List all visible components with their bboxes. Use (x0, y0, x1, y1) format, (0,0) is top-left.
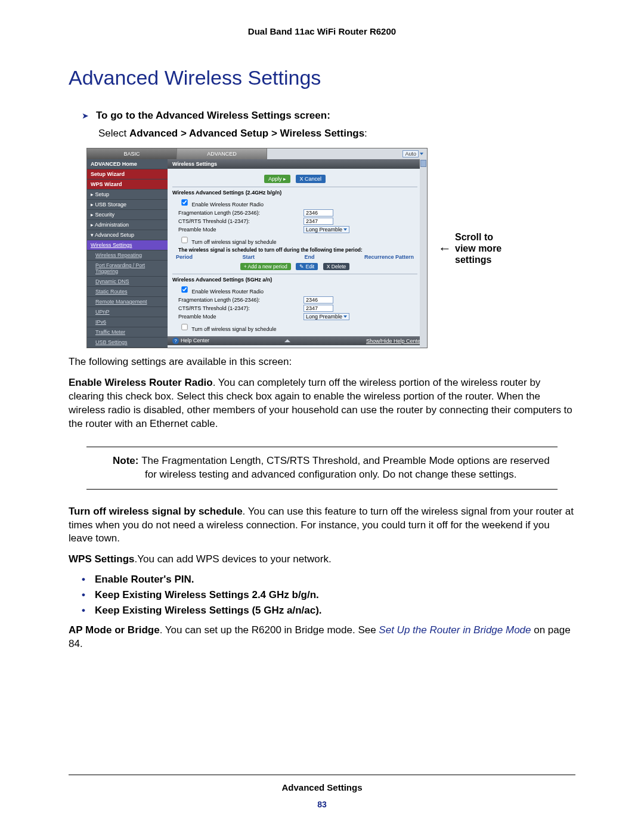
note-block: Note: The Fragmentation Length, CTS/RTS … (86, 447, 558, 490)
turnoff-5-checkbox[interactable] (181, 324, 187, 330)
doc-header: Dual Band 11ac WiFi Router R6200 (69, 26, 575, 36)
edit-button[interactable]: ✎ Edit (296, 263, 318, 270)
content-panel: Wireless Settings Apply ▸ X Cancel Wirel… (168, 159, 427, 348)
tab-basic[interactable]: BASIC (87, 148, 177, 159)
sidebar: ADVANCED Home Setup Wizard WPS Wizard ▸ … (87, 159, 168, 348)
sidebar-wireless-settings[interactable]: Wireless Settings (87, 240, 168, 250)
tab-advanced[interactable]: ADVANCED (177, 148, 267, 159)
turnoff-24-checkbox[interactable] (181, 237, 187, 243)
sidebar-port-fwd[interactable]: Port Forwarding / Port Triggering (87, 261, 168, 277)
sidebar-wps-wizard[interactable]: WPS Wizard (87, 179, 168, 190)
bullet-item: Keep Existing Wireless Settings 2.4 GHz … (82, 589, 575, 601)
select-path: Advanced > Advanced Setup > Wireless Set… (129, 128, 364, 139)
content-scrollbar[interactable] (420, 159, 427, 348)
footer-title: Advanced Settings (0, 782, 644, 792)
sidebar-ipv6[interactable]: IPv6 (87, 317, 168, 327)
sidebar-home[interactable]: ADVANCED Home (87, 159, 168, 169)
caret-up-icon[interactable] (284, 339, 290, 342)
frag-5-input[interactable]: 2346 (304, 296, 333, 304)
col-period: Period (176, 254, 193, 260)
col-end: End (304, 254, 314, 260)
para-turnoff-label: Turn off wireless signal by schedule (69, 506, 243, 517)
preamble-24-label: Preamble Mode (172, 227, 304, 233)
sidebar-static-routes[interactable]: Static Routes (87, 287, 168, 297)
bullet-list: Enable Router's PIN. Keep Existing Wirel… (69, 574, 575, 617)
sidebar-usb-settings[interactable]: USB Settings (87, 337, 168, 348)
col-recurrence: Recurrence Pattern (364, 254, 414, 260)
cts-24-input[interactable]: 2347 (304, 218, 333, 225)
preamble-5-label: Preamble Mode (172, 314, 304, 320)
chevron-down-icon (420, 153, 423, 155)
note-body: The Fragmentation Length, CTS/RTS Thresh… (141, 455, 549, 480)
chevron-down-icon (343, 228, 347, 231)
help-center-label[interactable]: Help Center (181, 337, 209, 343)
frag-24-label: Fragmentation Length (256-2346): (172, 210, 304, 216)
bridge-mode-link[interactable]: Set Up the Router in Bridge Mode (379, 624, 531, 636)
bullet-item: Enable Router's PIN. (82, 574, 575, 586)
help-icon: ? (172, 337, 179, 344)
chevron-down-icon (343, 315, 347, 318)
refresh-select[interactable]: Auto (402, 150, 419, 157)
sidebar-traffic[interactable]: Traffic Meter (87, 327, 168, 337)
cts-5-label: CTS/RTS Threshold (1-2347): (172, 305, 304, 311)
cts-5-input[interactable]: 2347 (304, 305, 333, 312)
para-intro: The following settings are available in … (69, 355, 575, 369)
note-label: Note: (113, 455, 141, 466)
section-24ghz: Wireless Advanced Settings (2.4GHz b/g/n… (172, 190, 417, 196)
add-period-button[interactable]: + Add a new period (240, 263, 291, 270)
enable-radio-5-checkbox[interactable] (181, 286, 187, 292)
enable-radio-24-checkbox[interactable] (181, 199, 187, 205)
page-title: Advanced Wireless Settings (69, 66, 575, 89)
sidebar-remote-mgmt[interactable]: Remote Management (87, 297, 168, 307)
delete-button[interactable]: X Delete (323, 263, 350, 270)
annotation-text: Scroll to view more settings (455, 231, 515, 266)
sidebar-admin[interactable]: ▸ Administration (87, 220, 168, 230)
select-prefix: Select (98, 128, 129, 139)
para-apmode-label: AP Mode or Bridge (69, 624, 160, 636)
turnoff-24-label: Turn off wireless signal by schedule (191, 239, 276, 245)
sidebar-ddns[interactable]: Dynamic DNS (87, 277, 168, 287)
footer-page-number: 83 (0, 800, 644, 809)
sidebar-security[interactable]: ▸ Security (87, 210, 168, 220)
content-title: Wireless Settings (168, 159, 427, 169)
schedule-note: The wireless signal is scheduled to turn… (172, 247, 417, 253)
sidebar-setup[interactable]: ▸ Setup (87, 190, 168, 200)
col-start: Start (242, 254, 255, 260)
para-enable-radio-label: Enable Wireless Router Radio (69, 377, 213, 388)
select-suffix: : (364, 128, 367, 139)
enable-radio-24-label: Enable Wireless Router Radio (192, 202, 264, 208)
cts-24-label: CTS/RTS Threshold (1-2347): (172, 218, 304, 224)
enable-radio-5-label: Enable Wireless Router Radio (192, 289, 264, 295)
section-5ghz: Wireless Advanced Settings (5GHz a/n) (172, 277, 417, 283)
sidebar-usb[interactable]: ▸ USB Storage (87, 200, 168, 210)
sidebar-setup-wizard[interactable]: Setup Wizard (87, 169, 168, 179)
router-screenshot: BASIC ADVANCED Auto ADVANCED Home Setup … (86, 148, 428, 348)
show-hide-help[interactable]: Show/Hide Help Center (366, 338, 422, 344)
annotation-arrow-icon: ← (438, 244, 451, 253)
frag-24-input[interactable]: 2346 (304, 209, 333, 216)
para-wps-label: WPS Settings (69, 553, 135, 565)
cancel-button[interactable]: X Cancel (296, 175, 326, 183)
sidebar-upnp[interactable]: UPnP (87, 307, 168, 317)
step-arrow-icon: ➤ (82, 110, 89, 122)
frag-5-label: Fragmentation Length (256-2346): (172, 297, 304, 303)
turnoff-5-label: Turn off wireless signal by schedule (191, 326, 276, 332)
bullet-item: Keep Existing Wireless Settings (5 GHz a… (82, 605, 575, 617)
apply-button[interactable]: Apply ▸ (264, 175, 290, 183)
preamble-24-select[interactable]: Long Preamble (304, 226, 349, 233)
para-wps-body: .You can add WPS devices to your network… (135, 553, 332, 565)
para-apmode-body: . You can set up the R6200 in Bridge mod… (160, 624, 379, 636)
sidebar-wireless-repeating[interactable]: Wireless Repeating (87, 250, 168, 261)
step-text: To go to the Advanced Wireless Settings … (96, 110, 330, 122)
sidebar-adv-setup[interactable]: ▾ Advanced Setup (87, 230, 168, 240)
preamble-5-select[interactable]: Long Preamble (304, 313, 349, 320)
